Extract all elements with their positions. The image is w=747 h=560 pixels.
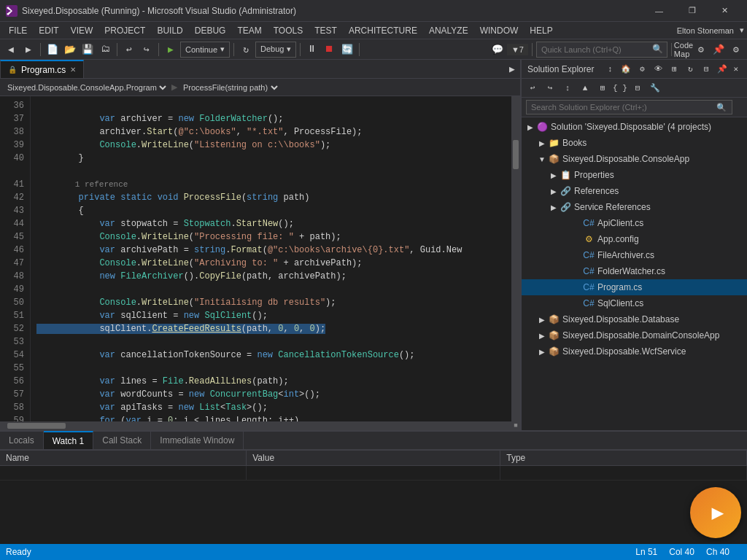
se-home-button[interactable]: 🏠 <box>618 61 634 77</box>
menu-debug[interactable]: DEBUG <box>189 22 232 39</box>
tab-close-icon[interactable]: ✕ <box>70 66 76 74</box>
consoleapp-arrow: ▼ <box>536 155 548 163</box>
tab-callstack[interactable]: Call Stack <box>93 431 151 449</box>
horizontal-scrollbar[interactable]: ■ <box>0 421 520 430</box>
more-tools-button[interactable]: ⚙ <box>693 42 709 58</box>
se-tb-btn3[interactable]: ↕ <box>560 80 576 96</box>
menu-file[interactable]: FILE <box>3 22 33 39</box>
se-prop-button[interactable]: ⚙ <box>634 61 650 77</box>
se-tb-btn8[interactable]: 🔧 <box>647 80 663 96</box>
menu-view[interactable]: VIEW <box>65 22 99 39</box>
menu-team[interactable]: TEAM <box>231 22 267 39</box>
tree-wcfservice[interactable]: ▶ 📦 Sixeyed.Disposable.WcfService <box>522 343 747 359</box>
menu-help[interactable]: HELP <box>524 22 558 39</box>
tree-books[interactable]: ▶ 📁 Books <box>522 135 747 151</box>
se-search-input[interactable] <box>526 100 732 114</box>
pin-button[interactable]: 📌 <box>711 42 727 58</box>
restart-button[interactable]: 🔄 <box>339 42 355 58</box>
menu-architecture[interactable]: ARCHITECTURE <box>343 22 423 39</box>
watch-add-cell[interactable] <box>0 465 247 480</box>
refresh-button[interactable]: ↻ <box>238 42 254 58</box>
wcfservice-arrow: ▶ <box>536 348 548 356</box>
stop-button[interactable]: ⏹ <box>322 42 338 58</box>
se-collapse-button[interactable]: ⊟ <box>698 61 714 77</box>
codemap-button[interactable]: Code Map <box>676 42 692 58</box>
tab-immediate[interactable]: Immediate Window <box>151 431 244 449</box>
maximize-button[interactable]: ❐ <box>676 0 708 22</box>
se-pin-button[interactable]: 📌 <box>714 64 730 74</box>
se-preview-button[interactable]: 👁 <box>650 61 666 77</box>
tab-watch1[interactable]: Watch 1 <box>44 431 94 449</box>
pluralsight-circle[interactable]: ▶ <box>690 487 741 538</box>
redo-button[interactable]: ↪ <box>139 42 155 58</box>
tree-solution[interactable]: ▶ 🟣 Solution 'Sixeyed.Disposable' (4 pro… <box>522 119 747 135</box>
se-tb-btn5[interactable]: ⊞ <box>595 80 611 96</box>
debug-dropdown[interactable]: Debug ▾ <box>255 42 295 58</box>
menu-analyze[interactable]: ANALYZE <box>423 22 474 39</box>
menu-project[interactable]: PROJECT <box>98 22 151 39</box>
continue-dropdown[interactable]: Continue ▾ <box>180 42 230 58</box>
tree-consoleapp[interactable]: ▼ 📦 Sixeyed.Disposable.ConsoleApp <box>522 151 747 167</box>
tree-references[interactable]: ▶ 🔗 References <box>522 183 747 199</box>
save-button[interactable]: 💾 <box>80 42 96 58</box>
se-tb-btn4[interactable]: ▲ <box>577 80 593 96</box>
books-label: Books <box>562 138 587 148</box>
undo-button[interactable]: ↩ <box>121 42 137 58</box>
menu-tools[interactable]: TOOLS <box>268 22 309 39</box>
se-tb-btn1[interactable]: ↩ <box>525 80 541 96</box>
se-filter-button[interactable]: ⊞ <box>666 61 682 77</box>
tree-sqlclient[interactable]: C# SqlClient.cs <box>522 295 747 311</box>
tab-locals[interactable]: Locals <box>0 431 44 449</box>
minimize-button[interactable]: — <box>643 0 676 22</box>
tree-appconfig[interactable]: ⚙ App.config <box>522 231 747 247</box>
start-button[interactable]: ▶ <box>163 42 179 58</box>
properties-label: Properties <box>574 170 614 180</box>
new-project-button[interactable]: 📄 <box>44 42 61 58</box>
vertical-scrollbar[interactable] <box>511 96 520 421</box>
open-button[interactable]: 📂 <box>62 42 78 58</box>
se-tb-btn6[interactable]: { } <box>612 80 628 96</box>
tree-program[interactable]: C# Program.cs <box>522 279 747 295</box>
watch-add-row[interactable] <box>0 465 747 480</box>
menu-edit[interactable]: EDIT <box>33 22 64 39</box>
user-dropdown-icon[interactable]: ▾ <box>740 26 744 35</box>
pluralsight-button[interactable]: ▶ <box>690 487 741 538</box>
tree-apiclient[interactable]: C# ApiClient.cs <box>522 215 747 231</box>
settings-button[interactable]: ⚙ <box>728 42 744 58</box>
se-refresh-button[interactable]: ↻ <box>682 61 698 77</box>
se-tb-btn2[interactable]: ↪ <box>542 80 558 96</box>
method-dropdown[interactable]: ProcessFile(string path) <box>180 80 280 95</box>
horizontal-scroll-thumb[interactable] <box>7 423 66 429</box>
menu-test[interactable]: TEST <box>309 22 343 39</box>
pause-button[interactable]: ⏸ <box>304 42 320 58</box>
quick-launch-input[interactable] <box>536 42 667 58</box>
tree-folderwatcher[interactable]: C# FolderWatcher.cs <box>522 263 747 279</box>
program-label: Program.cs <box>597 282 642 292</box>
save-all-button[interactable]: 🗂 <box>97 42 113 58</box>
se-close-button[interactable]: ✕ <box>730 64 741 74</box>
close-button[interactable]: ✕ <box>708 0 741 22</box>
menu-window[interactable]: WINDOW <box>474 22 525 39</box>
se-sync-button[interactable]: ↕ <box>602 61 618 77</box>
tree-properties[interactable]: ▶ 📋 Properties <box>522 167 747 183</box>
chat-button[interactable]: 💬 <box>489 42 506 58</box>
forward-button[interactable]: ▶ <box>20 42 36 58</box>
tree-serviceref[interactable]: ▶ 🔗 Service References <box>522 199 747 215</box>
namespace-dropdown[interactable]: Sixeyed.Disposable.ConsoleApp.Program <box>4 80 169 95</box>
scroll-thumb[interactable] <box>513 140 519 169</box>
tab-program-cs[interactable]: 🔒 Program.cs ✕ <box>0 60 84 78</box>
watch-col-name: Name <box>0 451 247 465</box>
se-tb-btn7[interactable]: ⊟ <box>630 80 646 96</box>
code-text[interactable]: var archiver = new FolderWatcher(); arch… <box>31 96 511 421</box>
tab-scroll-right[interactable]: ▶ <box>504 60 520 78</box>
references-label: References <box>574 186 619 196</box>
domainconsole-label: Sixeyed.Disposable.DomainConsoleApp <box>562 330 719 341</box>
menu-build[interactable]: BUILD <box>151 22 188 39</box>
back-button[interactable]: ◀ <box>3 42 19 58</box>
database-icon: 📦 <box>548 314 560 325</box>
wcfservice-label: Sixeyed.Disposable.WcfService <box>562 346 686 357</box>
tree-database[interactable]: ▶ 📦 Sixeyed.Disposable.Database <box>522 311 747 327</box>
properties-arrow: ▶ <box>548 171 560 179</box>
tree-filearchiver[interactable]: C# FileArchiver.cs <box>522 247 747 263</box>
tree-domainconsole[interactable]: ▶ 📦 Sixeyed.Disposable.DomainConsoleApp <box>522 327 747 343</box>
